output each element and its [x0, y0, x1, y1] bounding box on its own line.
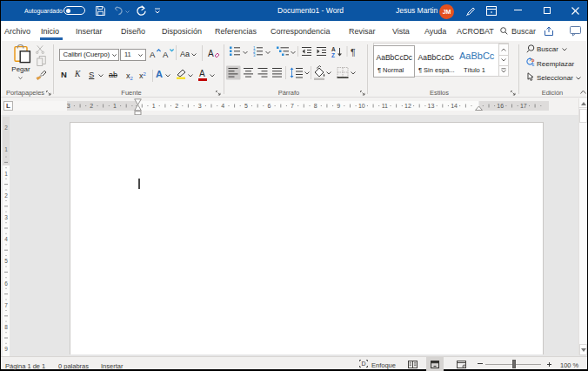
svg-text:10: 10: [358, 103, 365, 109]
svg-text:1: 1: [4, 146, 8, 152]
svg-text:2: 2: [90, 103, 93, 109]
svg-text:5: 5: [244, 103, 248, 109]
svg-text:1: 1: [4, 171, 8, 177]
svg-text:8: 8: [4, 324, 8, 330]
svg-text:12: 12: [404, 103, 411, 109]
svg-text:A: A: [331, 46, 336, 52]
svg-text:3: 3: [4, 214, 8, 220]
svg-text:1: 1: [152, 103, 156, 109]
svg-text:4: 4: [221, 103, 224, 109]
svg-text:7: 7: [291, 103, 294, 109]
svg-text:D: D: [362, 361, 366, 367]
svg-text:6: 6: [4, 280, 8, 287]
svg-text:9: 9: [4, 346, 8, 352]
svg-text:17: 17: [520, 103, 527, 109]
svg-text:1: 1: [113, 103, 117, 109]
svg-text:14: 14: [451, 103, 458, 109]
svg-text:3: 3: [253, 53, 256, 57]
svg-text:3: 3: [198, 103, 202, 109]
svg-text:2: 2: [4, 192, 8, 199]
svg-text:11: 11: [382, 103, 388, 109]
svg-text:3: 3: [67, 103, 70, 109]
svg-text:2: 2: [175, 103, 178, 109]
svg-text:16: 16: [497, 103, 504, 109]
svg-text:4: 4: [4, 236, 8, 242]
svg-text:c: c: [531, 62, 534, 67]
svg-text:Z: Z: [331, 52, 335, 58]
svg-text:7: 7: [4, 302, 8, 308]
svg-text:¶: ¶: [351, 47, 356, 57]
svg-text:9: 9: [337, 103, 340, 109]
svg-text:8: 8: [314, 103, 317, 109]
svg-text:6: 6: [268, 103, 271, 109]
svg-text:2: 2: [4, 125, 8, 131]
svg-text:5: 5: [4, 258, 8, 264]
svg-text:13: 13: [428, 103, 435, 109]
